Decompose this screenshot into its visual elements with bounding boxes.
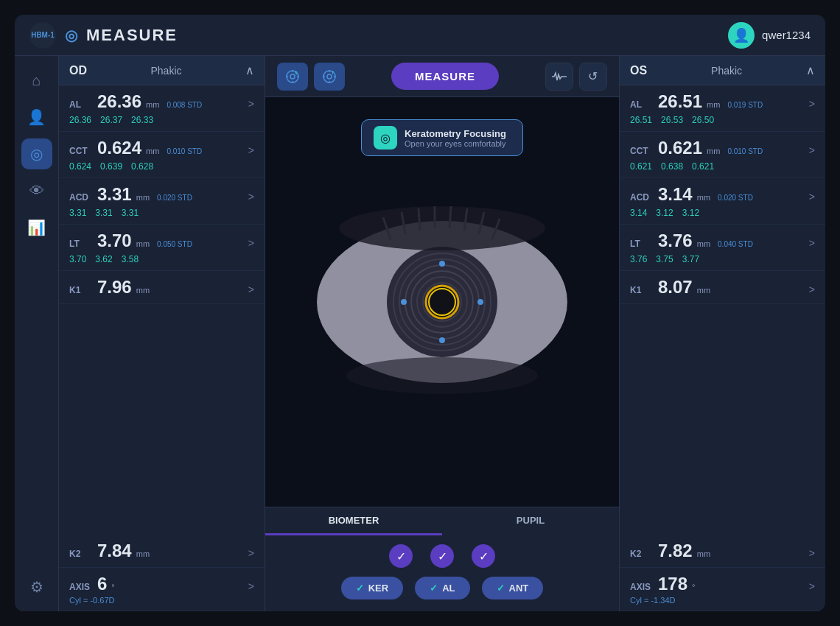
right-cct-unit: mm	[707, 147, 720, 155]
right-cct-row: CCT 0.621 mm 0.010 STD > 0.621 0.638 0.6…	[620, 132, 825, 178]
waveform-button[interactable]	[545, 63, 573, 91]
right-al-chevron[interactable]: >	[809, 98, 815, 110]
right-acd-unit: mm	[697, 193, 710, 202]
right-chevron-icon[interactable]: ∧	[806, 63, 815, 77]
right-al-unit: mm	[707, 100, 720, 109]
left-acd-row: ACD 3.31 mm 0.020 STD > 3.31 3.31 3.31	[59, 178, 265, 225]
right-lt-row: LT 3.76 mm 0.040 STD > 3.76 3.75 3.77	[620, 225, 825, 271]
svg-point-31	[339, 206, 545, 250]
sidebar-item-home[interactable]: ⌂	[21, 65, 52, 96]
right-k1-row: K1 8.07 mm >	[620, 271, 825, 304]
right-cct-chevron[interactable]: >	[809, 144, 815, 156]
keratometry-tooltip: ◎ Keratometry Focusing Open your eyes co…	[361, 119, 523, 156]
left-al-sub3: 26.33	[131, 115, 153, 125]
left-k1-label: K1	[69, 285, 93, 295]
left-acd-sub2: 3.31	[95, 208, 112, 218]
left-cct-value: 0.624	[97, 138, 141, 158]
toolbar-right: ↺	[545, 63, 607, 91]
sidebar-item-settings[interactable]: ⚙	[21, 572, 52, 602]
device-label: HBM-1	[31, 31, 55, 39]
left-lt-row: LT 3.70 mm 0.050 STD > 3.70 3.62 3.58	[59, 225, 265, 271]
measure-button[interactable]: MEASURE	[391, 63, 499, 90]
right-al-sub1: 26.51	[630, 115, 652, 125]
right-panel: OS Phakic ∧ AL 26.51 mm 0.019 STD > 26.5…	[619, 56, 825, 611]
right-acd-row: ACD 3.14 mm 0.020 STD > 3.14 3.12 3.12	[620, 178, 825, 225]
left-k1-chevron[interactable]: >	[248, 284, 254, 295]
left-al-sub2: 26.37	[100, 115, 122, 125]
tooltip-subtitle: Open your eyes comfortably	[405, 139, 506, 148]
username: qwer1234	[762, 29, 811, 41]
right-cct-std: 0.010 STD	[727, 147, 763, 155]
right-al-sub2: 26.53	[661, 115, 683, 125]
right-acd-chevron[interactable]: >	[809, 191, 815, 203]
ant-button[interactable]: ✓ ANT	[482, 577, 544, 599]
left-k2-label: K2	[69, 549, 93, 559]
left-axis-row: AXIS 6 ° > Cyl = -0.67D	[59, 568, 265, 611]
eye-visualization	[302, 177, 582, 427]
left-al-unit: mm	[146, 100, 159, 109]
left-cct-sub2: 0.639	[100, 161, 122, 172]
right-lt-std: 0.040 STD	[718, 240, 753, 248]
right-k1-value: 8.07	[658, 277, 693, 298]
tab-pupil[interactable]: PUPIL	[442, 507, 619, 535]
left-lt-sub1: 3.70	[69, 254, 86, 264]
right-acd-std: 0.020 STD	[718, 194, 753, 202]
left-axis-chevron[interactable]: >	[248, 580, 254, 592]
crosshair-t-button[interactable]: T	[314, 63, 345, 91]
tab-biometer[interactable]: BIOMETER	[265, 507, 442, 535]
right-acd-label: ACD	[630, 192, 654, 203]
left-al-chevron[interactable]: >	[248, 98, 254, 110]
bottom-action-buttons: ✓ KER ✓ AL ✓ ANT	[265, 577, 619, 611]
left-al-row: AL 26.36 mm 0.008 STD > 26.36 26.37 26.3…	[59, 85, 265, 132]
user-avatar: 👤	[728, 22, 755, 49]
left-lt-std: 0.050 STD	[157, 240, 192, 248]
header: HBM-1 ◎ MEASURE 👤 qwer1234	[15, 15, 825, 56]
sidebar-item-measure[interactable]: ◎	[21, 138, 52, 169]
right-axis-chevron[interactable]: >	[809, 580, 815, 592]
svg-point-29	[401, 299, 407, 305]
right-al-label: AL	[630, 99, 654, 110]
device-icon: HBM-1	[29, 22, 56, 49]
eye-view: ◎ Keratometry Focusing Open your eyes co…	[265, 97, 619, 507]
right-k2-chevron[interactable]: >	[809, 547, 815, 559]
ker-button[interactable]: ✓ KER	[341, 577, 403, 599]
tooltip-text: Keratometry Focusing Open your eyes comf…	[405, 128, 506, 148]
left-acd-label: ACD	[69, 192, 93, 203]
left-lt-chevron[interactable]: >	[248, 237, 254, 249]
tooltip-icon: ◎	[374, 126, 397, 150]
user-section: 👤 qwer1234	[728, 22, 811, 49]
left-cct-chevron[interactable]: >	[248, 144, 254, 156]
right-k1-chevron[interactable]: >	[809, 284, 815, 295]
left-k2-row: K2 7.84 mm >	[59, 535, 265, 568]
right-axis-cyl: Cyl = -1.34D	[630, 596, 815, 605]
svg-line-37	[449, 206, 451, 228]
sidebar-item-chart[interactable]: 📊	[21, 212, 52, 243]
sidebar-item-eye[interactable]: 👁	[21, 175, 52, 206]
right-lt-sub1: 3.76	[630, 254, 647, 264]
reset-button[interactable]: ↺	[579, 63, 607, 91]
right-lt-chevron[interactable]: >	[809, 237, 815, 249]
left-al-label: AL	[69, 99, 93, 110]
right-cct-sub2: 0.638	[661, 161, 683, 172]
left-k1-unit: mm	[136, 286, 150, 295]
al-button[interactable]: ✓ AL	[415, 577, 469, 599]
left-cct-unit: mm	[146, 147, 159, 155]
left-chevron-icon[interactable]: ∧	[245, 63, 254, 77]
left-acd-chevron[interactable]: >	[248, 191, 254, 203]
left-panel: OD Phakic ∧ AL 26.36 mm 0.008 STD > 26.3…	[59, 56, 265, 611]
crosshair-s-button[interactable]: S	[277, 63, 308, 91]
left-k2-value: 7.84	[97, 541, 132, 561]
right-al-row: AL 26.51 mm 0.019 STD > 26.51 26.53 26.5…	[620, 85, 825, 132]
left-panel-header: OD Phakic ∧	[59, 56, 265, 85]
right-al-value: 26.51	[658, 91, 702, 112]
left-al-std: 0.008 STD	[167, 101, 202, 109]
left-acd-sub1: 3.31	[69, 208, 86, 218]
right-panel-header: OS Phakic ∧	[620, 56, 825, 85]
left-k2-chevron[interactable]: >	[248, 547, 254, 559]
right-cct-sub3: 0.621	[692, 161, 714, 172]
svg-point-30	[477, 299, 483, 305]
right-k2-unit: mm	[697, 549, 710, 558]
left-lt-value: 3.70	[97, 231, 132, 251]
sidebar-item-user[interactable]: 👤	[21, 102, 52, 133]
left-al-sub1: 26.36	[69, 115, 91, 125]
